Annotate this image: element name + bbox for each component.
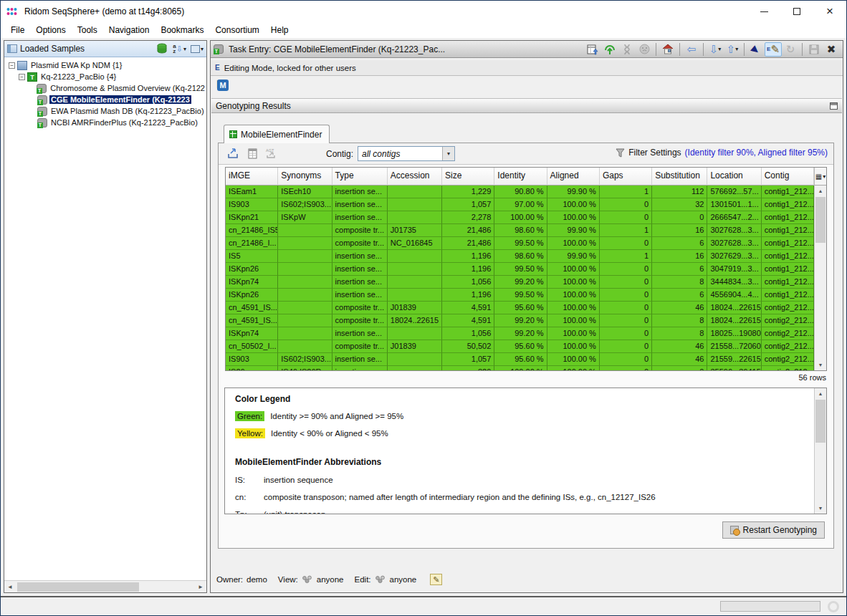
column-header-imge[interactable]: iMGE bbox=[226, 168, 278, 186]
column-header-aligned[interactable]: Aligned bbox=[547, 168, 600, 186]
tree-horizontal-scrollbar[interactable]: ◄ ► bbox=[4, 580, 206, 592]
column-header-synonyms[interactable]: Synonyms bbox=[278, 168, 332, 186]
home-icon[interactable] bbox=[659, 42, 676, 57]
smiley-icon[interactable] bbox=[636, 42, 653, 57]
antenna-upload-icon[interactable] bbox=[601, 42, 618, 57]
edit-label: Edit: bbox=[355, 575, 371, 584]
scroll-up-icon[interactable]: ▲ bbox=[815, 186, 826, 196]
table-row[interactable]: ISKpn26insertion se...1,19699.50 %100.00… bbox=[226, 289, 814, 302]
close-button[interactable]: × bbox=[813, 1, 846, 22]
edit-permissions-icon[interactable]: ✎ bbox=[430, 574, 442, 585]
filter-funnel-icon[interactable] bbox=[616, 148, 625, 158]
table-import-icon[interactable] bbox=[584, 42, 601, 57]
cell: J01839 bbox=[388, 302, 442, 314]
cell: 3027628...3... bbox=[707, 237, 761, 250]
tree-item-3[interactable]: CGE MobileElementFinder (Kq-21223 bbox=[4, 94, 206, 105]
table-row[interactable]: cn_21486_IS5composite tr...J0173521,4869… bbox=[226, 224, 814, 237]
tree-item-1[interactable]: −TKq-21223_PacBio {4} bbox=[4, 71, 206, 82]
column-header-gaps[interactable]: Gaps bbox=[600, 168, 652, 186]
table-scroll-thumb[interactable] bbox=[815, 197, 826, 243]
table-row[interactable]: IS26IS46;IS26R;...insertion se...820100.… bbox=[226, 366, 814, 370]
table-row[interactable]: IS903IS602;IS903...insertion se...1,0579… bbox=[226, 198, 814, 211]
menu-consortium[interactable]: Consortium bbox=[209, 24, 264, 37]
contig-select[interactable]: all contigs ▾ bbox=[358, 146, 455, 161]
tree-expander-icon[interactable]: − bbox=[19, 74, 25, 80]
filter-settings-label[interactable]: Filter Settings bbox=[628, 148, 681, 158]
menu-file[interactable]: File bbox=[5, 24, 30, 37]
tree-item-4[interactable]: EWA Plasmid Mash DB (Kq-21223_PacBio) bbox=[4, 105, 206, 117]
table-vertical-scrollbar[interactable]: ▲ ▼ bbox=[814, 186, 826, 370]
filter-detail[interactable]: (Identity filter 90%, Aligned filter 95%… bbox=[685, 148, 828, 158]
menu-bookmarks[interactable]: Bookmarks bbox=[155, 24, 209, 37]
scroll-down-icon[interactable]: ▼ bbox=[815, 360, 826, 370]
cell: 21,486 bbox=[442, 237, 494, 250]
sync-icon[interactable]: ↻ bbox=[782, 42, 799, 57]
cell: contig1_212... bbox=[762, 276, 814, 289]
maximize-button[interactable] bbox=[780, 1, 813, 22]
legend-scrollbar[interactable]: ▲ ▼ bbox=[814, 388, 826, 514]
table-row[interactable]: ISEam1ISEch10insertion se...1,22990.80 %… bbox=[226, 186, 814, 198]
scroll-right-icon[interactable]: ► bbox=[195, 584, 206, 590]
column-header-substitution[interactable]: Substitution bbox=[652, 168, 707, 186]
table-row[interactable]: cn_4591_IS...composite tr...J018394,5919… bbox=[226, 302, 814, 314]
legend-scroll-up-icon[interactable]: ▲ bbox=[815, 388, 826, 399]
scroll-left-icon[interactable]: ◄ bbox=[4, 584, 16, 590]
column-config-icon[interactable]: ▦▾ bbox=[814, 168, 826, 186]
cell: 1 bbox=[600, 250, 652, 263]
column-header-location[interactable]: Location bbox=[707, 168, 761, 186]
cell: 100.00 % bbox=[547, 302, 600, 314]
table-row[interactable]: cn_4591_IS...composite tr...18024..22615… bbox=[226, 314, 814, 327]
tree-item-0[interactable]: −Plasmid EWA Kp NDM {1} bbox=[4, 59, 206, 71]
table-row[interactable]: cn_50502_I...composite tr...J0183950,502… bbox=[226, 340, 814, 353]
table-row[interactable]: ISKpn21ISKpWinsertion se...2,278100.00 %… bbox=[226, 211, 814, 224]
copy-table-icon[interactable] bbox=[245, 147, 259, 160]
table-row[interactable]: ISKpn74insertion se...1,05699.20 %100.00… bbox=[226, 327, 814, 340]
column-header-contig[interactable]: Contig bbox=[762, 168, 814, 186]
tree-item-2[interactable]: Chromosome & Plasmid Overview (Kq-2122 bbox=[4, 82, 206, 94]
tree-item-5[interactable]: NCBI AMRFinderPlus (Kq-21223_PacBio) bbox=[4, 117, 206, 128]
legend-scroll-down-icon[interactable]: ▼ bbox=[815, 503, 826, 514]
column-header-accession[interactable]: Accession bbox=[388, 168, 442, 186]
combo-caret-icon[interactable]: ▾ bbox=[442, 147, 454, 160]
save-icon[interactable] bbox=[805, 42, 823, 57]
tab-mobileelementfinder[interactable]: MobileElementFinder bbox=[224, 125, 330, 143]
table-row[interactable]: ISKpn26insertion se...1,19699.50 %100.00… bbox=[226, 263, 814, 276]
prev-sample-up-icon[interactable]: ⇧▾ bbox=[724, 42, 741, 57]
restore-panel-icon[interactable] bbox=[830, 102, 838, 110]
next-sample-down-icon[interactable]: ⇩▾ bbox=[707, 42, 724, 57]
cell: 95.60 % bbox=[494, 340, 547, 353]
table-row[interactable]: cn_21486_I...composite tr...NC_01684521,… bbox=[226, 237, 814, 250]
cell: J01839 bbox=[388, 340, 442, 353]
table-row[interactable]: ISKpn74insertion se...1,05699.20 %100.00… bbox=[226, 276, 814, 289]
cell: 46 bbox=[652, 302, 707, 314]
menu-options[interactable]: Options bbox=[30, 24, 71, 37]
table-row[interactable]: IS5insertion se...1,19698.60 %99.90 %116… bbox=[226, 250, 814, 263]
menu-navigation[interactable]: Navigation bbox=[103, 24, 155, 37]
column-header-identity[interactable]: Identity bbox=[494, 168, 547, 186]
menu-tools[interactable]: Tools bbox=[72, 24, 103, 37]
dna-icon[interactable] bbox=[618, 42, 636, 57]
minimize-icon bbox=[760, 11, 768, 12]
table-row[interactable]: IS903IS602;IS903...insertion se...1,0579… bbox=[226, 353, 814, 366]
cell: ISKpn26 bbox=[226, 263, 278, 276]
export-icon[interactable] bbox=[226, 147, 240, 160]
cell: 1,057 bbox=[442, 198, 494, 211]
column-header-size[interactable]: Size bbox=[442, 168, 494, 186]
database-stack-icon[interactable] bbox=[156, 43, 168, 54]
group-edit-icon bbox=[375, 575, 386, 584]
minimize-button[interactable] bbox=[747, 1, 780, 22]
menu-help[interactable]: Help bbox=[265, 24, 295, 37]
column-header-type[interactable]: Type bbox=[332, 168, 388, 186]
layout-windows-icon[interactable]: ▾ bbox=[191, 45, 204, 53]
close-task-icon[interactable]: ✖ bbox=[823, 42, 840, 57]
sequence-export-icon[interactable]: AGT bbox=[264, 147, 279, 160]
submit-icon[interactable]: ▶ bbox=[745, 38, 767, 60]
tree-expander-icon[interactable]: − bbox=[9, 62, 15, 69]
restart-genotyping-button[interactable]: Restart Genotyping bbox=[722, 521, 825, 539]
back-arrow-icon[interactable]: ⇦ bbox=[683, 42, 700, 57]
mobileelementfinder-logo-icon: lM bbox=[216, 78, 238, 91]
scroll-thumb[interactable] bbox=[17, 582, 139, 592]
sort-az-icon[interactable]: az ⇩ ▾ bbox=[173, 44, 186, 54]
legend-scroll-thumb[interactable] bbox=[815, 400, 826, 443]
cell: cn_21486_IS5 bbox=[226, 224, 278, 237]
